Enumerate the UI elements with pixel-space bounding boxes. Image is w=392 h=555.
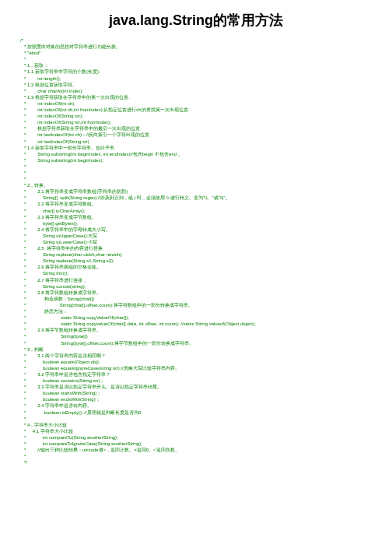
code-line: * String concat(string); [20,283,384,290]
code-line: * boolean contains(String str)； [20,378,384,384]
code-line: * 2.1 将字符串变成字符串数组(字符串的切割) [20,188,384,195]
code-line: * 2.2 将字符串变成字符数组。 [20,201,384,207]
code-line: * 2，转换。 [20,182,384,188]
code-line: * String[] split(String regex);//涉及到正则，或… [20,195,384,201]
code-line: * int indexOf(String str); [20,113,384,119]
code-comment-block: /* * 按照面向对象的思想对字符串进行功能分类。 * "abcd" * * 1… [0,37,392,465]
code-line: * int compareTo(String anotherString); [20,434,384,441]
code-line: * char charAt(int index); [20,88,384,94]
code-line: * 3.3 字符串是否以指定字符串开头。是否以指定字符串结尾。 [20,384,384,390]
code-line: * String toUpperCase():大写 [20,233,384,239]
code-line: * int lastIndexOf(int ch)：//反向索引一个字符出现的位… [20,132,384,138]
code-line: * int compareToIgnoreCase(String another… [20,441,384,447]
code-line: * boolean equals(Object obj); [20,359,384,365]
code-line: * String replace(char oldch,char newch); [20,251,384,258]
code-line: * boolean startsWith(String)； [20,390,384,396]
code-line: * [20,163,384,170]
code-line: * String trim(); [20,270,384,276]
code-line: * String(byte[],offset,count):将字节数组中的一部分… [20,340,384,346]
code-line: * 按照面向对象的思想对字符串进行功能分类。 [20,44,384,50]
code-line: * int indexOf(int ch) [20,100,384,107]
code-line: * boolean endsWith(String)； [20,396,384,402]
code-line: * int length(); [20,76,384,82]
code-line: * 2.3 将字符串变成字节数组。 [20,214,384,220]
code-line: * 2.8 将字符数组转换成字符串。 [20,290,384,296]
code-line: /* [20,37,384,44]
code-line: * 构造函数：String(char[]) [20,296,384,302]
code-line: * [20,56,384,62]
code-line: * 1.3 根据字符获取在字符串中的第一次出现的位置. [20,94,384,100]
code-line: * "abcd" [20,50,384,56]
code-line: * 1.4 获取字符串中一部分字符串。也叫子串. [20,145,384,151]
code-line: * char[] toCharArray(); [20,208,384,214]
page-title: java.lang.String的常用方法 [0,0,392,37]
code-line: * String replace(String s1,String s2); [20,258,384,264]
code-line: * 3，判断 [20,346,384,353]
code-line: * 1，获取： [20,62,384,68]
code-line: * int indexOf(String str,int fromIndex); [20,119,384,125]
code-line: * int lastIndexOf(String str) [20,139,384,145]
code-line: * 4，字符串大小比较 [20,422,384,428]
code-line: * String toLowerCase():小写 [20,239,384,245]
code-line: * String(char[],offset,count):将字符数组中的一部分… [20,302,384,308]
code-line: * 2.7 将字符串进行连接 。 [20,277,384,283]
code-line: * 2.9 将字节数组转换成字符串。 [20,327,384,333]
code-line: * boolean equalsIgnoreCase(string str);/… [20,365,384,371]
code-line: * 静态方法： [20,308,384,314]
code-line: * 2.4 字符串中是否有内容。 [20,402,384,409]
code-line: * String substring(int beginIndex, int e… [20,151,384,157]
code-line: * String substring(int beginIndex); [20,157,384,163]
code-line: * byte[] getBytes(); [20,220,384,227]
code-line: * int indexOf(int ch,int fromIndex):从指定位… [20,107,384,113]
code-line: * //输出三种比较结果：unicode值>，返回正数。=返回0。<返回负数。 [20,447,384,453]
code-line: * [20,176,384,182]
code-line: * [20,453,384,459]
code-line: * 2.5 将字符串中的内容进行替换 [20,245,384,251]
code-line: * String(byte[]) [20,333,384,339]
code-line: * 1.2 根据位置获取字符。 [20,82,384,88]
code-line: * 4.1 字符串大小比较 [20,428,384,434]
code-line: * boolean isEmpty(); //原理就是判断长度是否为0. [20,409,384,416]
code-line: */ [20,459,384,465]
code-line: * 1.1 获取字符串中字符的个数(长度). [20,68,384,75]
code-line: * static String copyValueOf(char[]); [20,314,384,321]
code-line: * 2.4 将字符串中的字母转成大小写。 [20,227,384,233]
code-line: * [20,416,384,422]
code-line: * [20,170,384,176]
code-line: * 2.6 将字符串两端的空格去除。 [20,264,384,270]
code-line: * 根据字符串获取在字符串中的最后一次出现的位置. [20,125,384,132]
code-line: * 3.1 两个字符串内容是否相同啊？ [20,353,384,359]
code-line: * 3.2 字符串中是否包含指定字符串？ [20,371,384,378]
code-line: * static String copyvalueOf(char[] data,… [20,321,384,327]
